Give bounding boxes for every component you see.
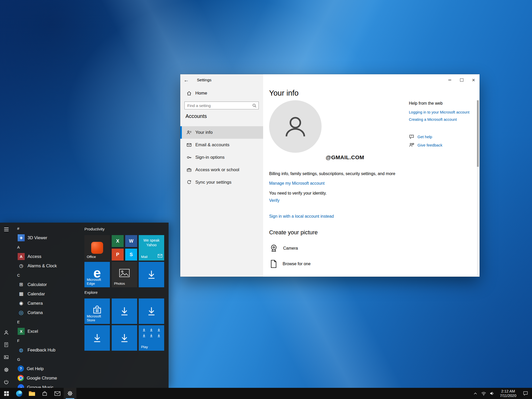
action-center-button[interactable] — [520, 388, 531, 399]
give-feedback-button[interactable]: Give feedback — [409, 142, 442, 148]
app-list-item-alarms-clock[interactable]: ◷Alarms & Clock — [17, 261, 84, 270]
tile-group-explore[interactable]: Explore — [84, 290, 98, 295]
settings-button[interactable] — [0, 363, 12, 376]
app-list-item-cortana[interactable]: ◎Cortana — [17, 308, 84, 317]
sidebar-items: Your info Email & accounts Sign-in optio… — [180, 126, 263, 189]
taskbar-file-explorer-button[interactable] — [25, 388, 38, 399]
app-list-header-g[interactable]: G — [17, 355, 84, 364]
app-list-header-c[interactable]: C — [17, 270, 84, 280]
feedback-hub-icon: ◍ — [18, 347, 25, 354]
download-arrow-icon — [146, 306, 157, 316]
app-list-header-f[interactable]: F — [17, 336, 84, 345]
camera-app-icon: ◉ — [18, 300, 25, 307]
sidebar-item-sync-settings[interactable]: Sync your settings — [180, 176, 263, 189]
word-tile-icon[interactable]: W — [125, 235, 137, 247]
close-button[interactable]: × — [468, 74, 480, 86]
browse-for-one-button[interactable]: Browse for one — [269, 258, 311, 270]
hamburger-icon — [4, 228, 9, 228]
tile-office[interactable]: Office — [84, 235, 110, 261]
taskbar-settings-button[interactable] — [64, 388, 76, 399]
manage-account-link[interactable]: Manage my Microsoft account — [269, 181, 324, 186]
back-arrow-icon: ← — [184, 77, 189, 83]
powerpoint-tile-icon[interactable]: P — [112, 249, 124, 261]
desktop: ← Settings × Home Accounts Your info Ema… — [0, 0, 532, 399]
clock-time: 2:12 AM — [501, 389, 515, 394]
taskbar-clock[interactable]: 2:12 AM 7/11/2020 — [496, 388, 520, 399]
app-list-header-e[interactable]: E — [17, 317, 84, 327]
taskbar-apps — [0, 388, 76, 399]
tray-volume-button[interactable] — [488, 388, 496, 399]
app-list-item-excel[interactable]: XExcel — [17, 327, 84, 336]
sidebar-item-your-info[interactable]: Your info — [180, 126, 263, 139]
tile-group-productivity[interactable]: Productivity — [84, 227, 105, 231]
sidebar-item-home[interactable]: Home — [180, 88, 263, 98]
account-email: @GMAIL.COM — [326, 154, 364, 161]
camera-button[interactable]: Camera — [269, 242, 298, 255]
app-list-item-3d-viewer[interactable]: ◈3D Viewer — [17, 233, 84, 242]
tile-play[interactable]: Play — [139, 325, 164, 351]
app-list-item-feedback-hub[interactable]: ◍Feedback Hub — [17, 345, 84, 355]
search-input[interactable] — [185, 102, 258, 109]
taskbar-mail-button[interactable] — [51, 388, 64, 399]
folder-icon — [29, 391, 35, 396]
tile-download-placeholder-5[interactable] — [112, 325, 137, 351]
maximize-button[interactable] — [456, 74, 468, 86]
app-list-header-a[interactable]: A — [17, 242, 84, 252]
app-list-header-hash[interactable]: # — [17, 224, 84, 233]
person-silhouette-icon — [280, 111, 311, 142]
action-center-icon — [523, 391, 528, 396]
cortana-icon: ◎ — [18, 309, 25, 316]
tile-microsoft-edge[interactable]: e Microsoft Edge — [84, 262, 110, 287]
app-list-item-access[interactable]: AAccess — [17, 252, 84, 261]
sidebar-item-access-work-school[interactable]: Access work or school — [180, 164, 263, 176]
help-link-creating-account[interactable]: Creating a Microsoft account — [409, 117, 457, 122]
taskbar-edge-button[interactable] — [13, 388, 25, 399]
scrollbar[interactable] — [477, 100, 479, 276]
local-account-link[interactable]: Sign in with a local account instead — [269, 214, 334, 219]
office-icon — [91, 242, 103, 254]
back-button[interactable]: ← — [180, 74, 192, 86]
tile-office-app-group[interactable]: X W P S — [112, 235, 137, 261]
your-info-icon — [187, 130, 192, 135]
tile-mail[interactable]: We speak Yahoo Mail — [139, 235, 164, 261]
file-icon — [269, 259, 278, 269]
access-icon: A — [18, 253, 25, 260]
app-list-item-google-chrome[interactable]: Google Chrome — [17, 373, 84, 383]
help-link-logging-in[interactable]: Logging in to your Microsoft account — [409, 110, 469, 114]
scrollbar-thumb[interactable] — [477, 100, 479, 167]
store-bag-icon — [92, 304, 102, 315]
minimize-button[interactable] — [444, 74, 456, 86]
tile-microsoft-store[interactable]: Microsoft Store — [84, 298, 110, 324]
sidebar-item-sign-in-options[interactable]: Sign-in options — [180, 151, 263, 164]
taskbar-store-button[interactable] — [38, 388, 51, 399]
app-list-item-calculator[interactable]: ⊞Calculator — [17, 280, 84, 289]
skype-tile-icon[interactable]: S — [125, 249, 137, 261]
app-list-item-calendar[interactable]: ▦Calendar — [17, 289, 84, 298]
app-list-item-camera[interactable]: ◉Camera — [17, 298, 84, 308]
system-tray: 2:12 AM 7/11/2020 — [471, 388, 532, 399]
windows-logo-icon — [4, 391, 9, 396]
briefcase-icon — [187, 167, 192, 172]
menu-expand-button[interactable] — [0, 223, 12, 236]
help-heading: Help from the web — [409, 101, 443, 106]
power-button[interactable] — [0, 376, 12, 388]
tile-download-placeholder-2[interactable] — [112, 298, 137, 324]
tile-download-placeholder-1[interactable] — [139, 262, 164, 287]
tile-photos[interactable]: Photos — [112, 262, 137, 287]
user-account-button[interactable] — [0, 326, 12, 339]
excel-tile-icon[interactable]: X — [112, 235, 124, 247]
tray-network-button[interactable] — [480, 388, 488, 399]
create-picture-heading: Create your picture — [269, 229, 318, 236]
tile-download-placeholder-3[interactable] — [139, 298, 164, 324]
tile-download-placeholder-4[interactable] — [84, 325, 110, 351]
taskbar: 2:12 AM 7/11/2020 — [0, 388, 532, 399]
verify-link[interactable]: Verify — [269, 198, 280, 203]
start-button[interactable] — [0, 388, 13, 399]
documents-button[interactable] — [0, 338, 12, 351]
app-list-item-groove-music[interactable]: ♪Groove Music — [17, 383, 84, 388]
pictures-button[interactable] — [0, 351, 12, 363]
sidebar-item-email-accounts[interactable]: Email & accounts — [180, 139, 263, 151]
get-help-button[interactable]: ? Get help — [409, 133, 432, 140]
tray-chevron-up-button[interactable] — [471, 388, 480, 399]
app-list-item-get-help[interactable]: ?Get Help — [17, 364, 84, 373]
